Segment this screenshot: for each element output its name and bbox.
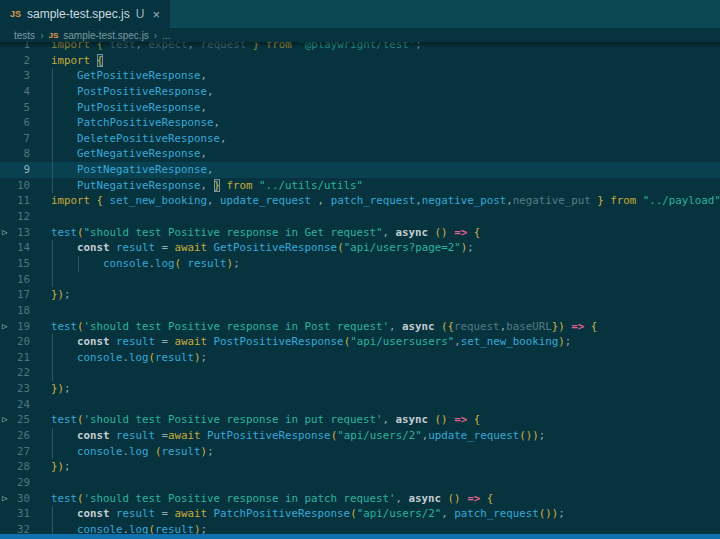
code-line[interactable]: 31 const result = await PatchPositiveRes… <box>0 506 720 522</box>
glyph-margin <box>0 209 12 225</box>
code-line[interactable]: 24 <box>0 397 720 413</box>
line-number: 15 <box>12 256 30 272</box>
code-line[interactable]: 21 console.log(result); <box>0 350 720 366</box>
line-number: 5 <box>12 100 30 116</box>
code-text: import { test, expect, request } from "@… <box>30 42 422 53</box>
line-number: 12 <box>12 209 30 225</box>
indent-guide <box>52 365 53 381</box>
glyph-margin <box>0 381 12 397</box>
code-text: const result = await GetPositiveResponse… <box>30 240 474 256</box>
line-number: 11 <box>12 193 30 209</box>
code-line[interactable]: 5 PutPositiveResponse, <box>0 100 720 116</box>
js-file-icon: JS <box>48 31 58 40</box>
line-number: 27 <box>12 444 30 460</box>
code-line[interactable]: 4 PostPositiveResponse, <box>0 84 720 100</box>
modified-badge: U <box>136 7 145 21</box>
run-test-icon[interactable]: ▷ <box>0 225 12 241</box>
code-line[interactable]: 11import { set_new_booking, update_reque… <box>0 193 720 209</box>
breadcrumb-item[interactable]: ... <box>162 30 170 41</box>
run-test-icon[interactable]: ▷ <box>0 491 12 507</box>
line-number: 2 <box>12 53 30 69</box>
code-line[interactable]: 16 <box>0 272 720 288</box>
line-number: 16 <box>12 272 30 288</box>
line-number: 26 <box>12 428 30 444</box>
editor[interactable]: 1import { test, expect, request } from "… <box>0 42 720 534</box>
code-line[interactable]: ▷13test("should test Positive response i… <box>0 225 720 241</box>
code-text: }); <box>30 381 71 397</box>
code-text: test('should test Positive response in P… <box>30 319 597 335</box>
code-line[interactable]: 23}); <box>0 381 720 397</box>
run-test-icon[interactable]: ▷ <box>0 319 12 335</box>
glyph-margin <box>0 365 12 381</box>
line-number: 14 <box>12 240 30 256</box>
code-text <box>30 272 51 288</box>
code-lines: 1import { test, expect, request } from "… <box>0 42 720 534</box>
code-line[interactable]: 3 GetPositiveResponse, <box>0 68 720 84</box>
line-number: 25 <box>12 412 30 428</box>
glyph-margin <box>0 444 12 460</box>
line-number: 30 <box>12 491 30 507</box>
tab-sample-test-spec-js[interactable]: JS sample-test.spec.js U × <box>0 0 170 28</box>
code-text <box>30 303 51 319</box>
code-text: test('should test Positive response in p… <box>30 491 493 507</box>
line-number: 19 <box>12 319 30 335</box>
code-text: test('should test Positive response in p… <box>30 412 480 428</box>
line-number: 9 <box>12 162 30 178</box>
code-line[interactable]: 17}); <box>0 287 720 303</box>
code-line[interactable]: 12 <box>0 209 720 225</box>
glyph-margin <box>0 42 12 53</box>
glyph-margin <box>0 193 12 209</box>
line-number: 8 <box>12 146 30 162</box>
line-number: 21 <box>12 350 30 366</box>
code-line[interactable]: 32 console.log(result); <box>0 522 720 534</box>
close-icon[interactable]: × <box>152 7 160 22</box>
code-text: console.log(result); <box>30 350 207 366</box>
code-line[interactable]: 29 <box>0 475 720 491</box>
glyph-margin <box>0 506 12 522</box>
code-line[interactable]: 6 PatchPositiveResponse, <box>0 115 720 131</box>
code-text: GetNegativeResponse, <box>30 146 207 162</box>
glyph-margin <box>0 68 12 84</box>
code-text <box>30 475 51 491</box>
glyph-margin <box>0 522 12 534</box>
line-number: 10 <box>12 178 30 194</box>
line-number: 1 <box>12 42 30 53</box>
code-text: DeletePositiveResponse, <box>30 131 227 147</box>
code-line[interactable]: 22 <box>0 365 720 381</box>
glyph-margin <box>0 84 12 100</box>
line-number: 32 <box>12 522 30 534</box>
line-number: 4 <box>12 84 30 100</box>
code-line[interactable]: 28}); <box>0 459 720 475</box>
code-line[interactable]: 26 const result =await PutPositiveRespon… <box>0 428 720 444</box>
code-line[interactable]: 18 <box>0 303 720 319</box>
code-text: console.log(result); <box>30 522 207 534</box>
code-line[interactable]: 15 console.log( result); <box>0 256 720 272</box>
code-line[interactable]: 8 GetNegativeResponse, <box>0 146 720 162</box>
run-test-icon[interactable]: ▷ <box>0 412 12 428</box>
breadcrumb-item[interactable]: sample-test.spec.js <box>63 30 149 41</box>
code-text: test("should test Positive response in G… <box>30 225 480 241</box>
line-number: 7 <box>12 131 30 147</box>
glyph-margin <box>0 272 12 288</box>
line-number: 28 <box>12 459 30 475</box>
code-line[interactable]: 14 const result = await GetPositiveRespo… <box>0 240 720 256</box>
code-line[interactable]: 7 DeletePositiveResponse, <box>0 131 720 147</box>
glyph-margin <box>0 178 12 194</box>
code-line[interactable]: 10 PutNegativeResponse, } from "../utils… <box>0 178 720 194</box>
code-line[interactable]: ▷30test('should test Positive response i… <box>0 491 720 507</box>
status-bar[interactable] <box>0 534 720 539</box>
code-line[interactable]: 27 console.log (result); <box>0 444 720 460</box>
tab-label: sample-test.spec.js <box>27 7 130 21</box>
code-line[interactable]: 2import { <box>0 53 720 69</box>
code-line[interactable]: 20 const result = await PostPositiveResp… <box>0 334 720 350</box>
glyph-margin <box>0 475 12 491</box>
code-line[interactable]: ▷19test('should test Positive response i… <box>0 319 720 335</box>
breadcrumb-item[interactable]: tests <box>14 30 35 41</box>
code-text: GetPositiveResponse, <box>30 68 207 84</box>
line-number: 18 <box>12 303 30 319</box>
line-number: 20 <box>12 334 30 350</box>
code-line[interactable]: 1import { test, expect, request } from "… <box>0 42 720 53</box>
line-number: 31 <box>12 506 30 522</box>
code-line[interactable]: 9 PostNegativeResponse, <box>0 162 720 178</box>
code-line[interactable]: ▷25test('should test Positive response i… <box>0 412 720 428</box>
